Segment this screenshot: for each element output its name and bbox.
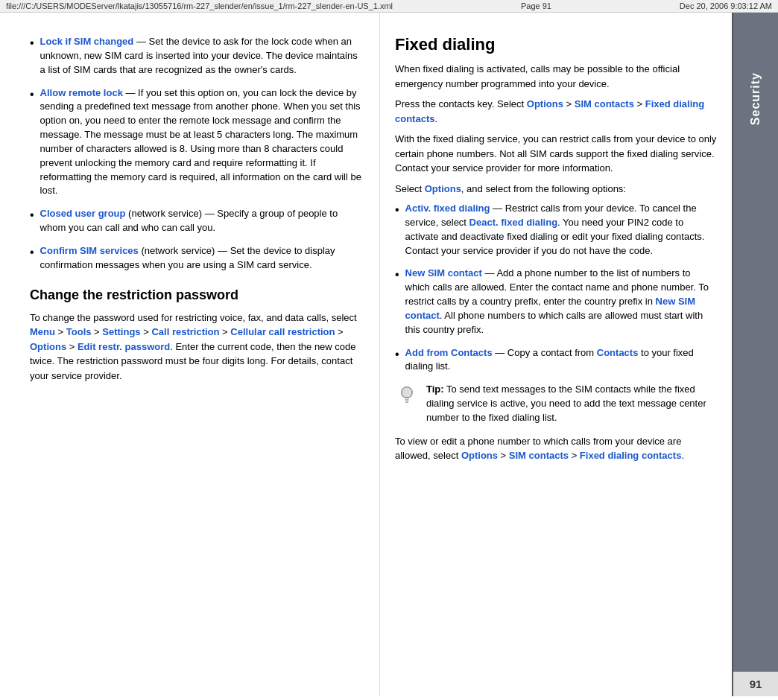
bullet-allow-remote: Allow remote lock — If you set this opti… <box>30 86 364 199</box>
restriction-para: To change the password used for restrict… <box>30 311 364 384</box>
tip-label: Tip: <box>426 384 444 395</box>
link-contacts[interactable]: Contacts <box>597 347 639 358</box>
lightbulb-icon <box>396 384 417 405</box>
right-para5: To view or edit a phone number to which … <box>395 434 717 463</box>
link-options-select[interactable]: Options <box>425 183 461 194</box>
bullet-confirm-sim: Confirm SIM services (network service) —… <box>30 244 364 273</box>
bullet-closed-user-text: Closed user group (network service) — Sp… <box>40 207 364 235</box>
link-options-sim[interactable]: Options <box>527 98 563 109</box>
link-closed-user[interactable]: Closed user group <box>40 208 126 219</box>
content-area: Lock if SIM changed — Set the device to … <box>0 13 733 696</box>
bullet-activ-fixed: Activ. fixed dialing — Restrict calls fr… <box>395 202 717 258</box>
page-label: Page 91 <box>521 1 551 10</box>
link-add-from-contacts[interactable]: Add from Contacts <box>405 347 493 358</box>
link-sim-contacts[interactable]: SIM contacts <box>575 98 634 109</box>
top-bar: file:///C:/USERS/MODEServer/lkatajis/130… <box>0 0 778 13</box>
right-para2: Press the contacts key. Select Options >… <box>395 97 717 126</box>
link-edit-restr[interactable]: Edit restr. password <box>78 341 170 352</box>
bullet-allow-remote-body: — If you set this option on, you can loc… <box>40 87 361 197</box>
restriction-heading: Change the restriction password <box>30 287 364 303</box>
link-options[interactable]: Options <box>30 341 66 352</box>
bullet-lock-sim: Lock if SIM changed — Set the device to … <box>30 35 364 77</box>
link-tools[interactable]: Tools <box>66 326 92 337</box>
link-allow-remote[interactable]: Allow remote lock <box>40 87 123 98</box>
link-cellular[interactable]: Cellular call restriction <box>230 326 335 337</box>
bullet-add-contacts: Add from Contacts — Copy a contact from … <box>395 346 717 375</box>
link-activ-fixed[interactable]: Activ. fixed dialing <box>405 203 490 214</box>
link-menu[interactable]: Menu <box>30 326 55 337</box>
right-para4: Select Options, and select from the foll… <box>395 182 717 197</box>
link-options-view[interactable]: Options <box>461 450 498 461</box>
link-confirm-sim[interactable]: Confirm SIM services <box>40 245 139 256</box>
main-layout: Lock if SIM changed — Set the device to … <box>0 13 778 696</box>
right-para3: With the fixed dialing service, you can … <box>395 132 717 176</box>
bullet-new-sim-contact: New SIM contact — Add a phone number to … <box>395 267 717 337</box>
link-call-restriction[interactable]: Call restriction <box>151 326 219 337</box>
right-para1: When fixed dialing is activated, calls m… <box>395 62 717 91</box>
link-lock-sim[interactable]: Lock if SIM changed <box>40 36 134 47</box>
bullet-confirm-sim-text: Confirm SIM services (network service) —… <box>40 244 364 273</box>
right-para2-prefix: Press the contacts key. Select <box>395 98 527 109</box>
sidebar-label: Security <box>749 72 762 125</box>
tip-body: To send text messages to the SIM contact… <box>426 384 706 423</box>
tip-box: Tip: To send text messages to the SIM co… <box>395 383 717 425</box>
link-settings[interactable]: Settings <box>102 326 140 337</box>
sidebar: Security 91 <box>733 13 778 696</box>
link-new-sim-contact2[interactable]: New SIM contact <box>405 296 695 321</box>
right-column: Fixed dialing When fixed dialing is acti… <box>380 13 732 696</box>
fixed-dialing-heading: Fixed dialing <box>395 35 717 54</box>
left-bullet-list: Lock if SIM changed — Set the device to … <box>30 35 364 273</box>
bullet-allow-remote-text: Allow remote lock — If you set this opti… <box>40 86 364 199</box>
tip-icon <box>395 383 419 407</box>
filepath: file:///C:/USERS/MODEServer/lkatajis/130… <box>6 1 393 10</box>
link-new-sim-contact[interactable]: New SIM contact <box>405 267 482 279</box>
bullet-activ-text: Activ. fixed dialing — Restrict calls fr… <box>405 202 717 258</box>
left-column: Lock if SIM changed — Set the device to … <box>0 13 380 696</box>
bullet-add-contacts-text: Add from Contacts — Copy a contact from … <box>405 346 717 375</box>
link-deact-fixed[interactable]: Deact. fixed dialing <box>469 217 557 228</box>
right-bullet-list: Activ. fixed dialing — Restrict calls fr… <box>395 202 717 374</box>
link-fixed-dialing2[interactable]: Fixed dialing contacts <box>580 450 682 461</box>
bullet-lock-sim-text: Lock if SIM changed — Set the device to … <box>40 35 364 77</box>
link-sim-contacts2[interactable]: SIM contacts <box>509 450 569 461</box>
date: Dec 20, 2006 9:03:12 AM <box>680 1 772 10</box>
tip-text: Tip: To send text messages to the SIM co… <box>426 383 717 425</box>
bullet-new-sim-text: New SIM contact — Add a phone number to … <box>405 267 717 337</box>
page-number: 91 <box>733 672 778 696</box>
restriction-body: To change the password used for restrict… <box>30 312 357 323</box>
bullet-closed-user: Closed user group (network service) — Sp… <box>30 207 364 235</box>
